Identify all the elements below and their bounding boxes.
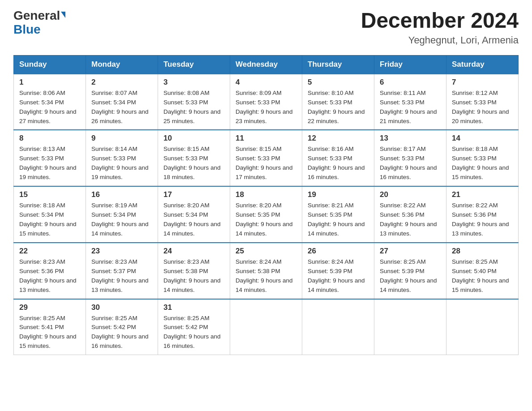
day-number: 24 bbox=[163, 247, 224, 256]
location-title: Yeghegnut, Lori, Armenia bbox=[361, 34, 519, 46]
day-number: 18 bbox=[236, 190, 296, 199]
day-info: Sunrise: 8:14 AMSunset: 5:33 PMDaylight:… bbox=[91, 145, 152, 182]
col-wednesday: Wednesday bbox=[230, 55, 302, 74]
day-info: Sunrise: 8:21 AMSunset: 5:35 PMDaylight:… bbox=[308, 201, 369, 239]
calendar-cell: 28Sunrise: 8:25 AMSunset: 5:40 PMDayligh… bbox=[446, 243, 519, 299]
calendar-cell: 15Sunrise: 8:18 AMSunset: 5:34 PMDayligh… bbox=[14, 186, 86, 243]
day-number: 1 bbox=[19, 78, 80, 87]
calendar-cell: 2Sunrise: 8:07 AMSunset: 5:34 PMDaylight… bbox=[86, 74, 158, 130]
day-number: 20 bbox=[380, 190, 441, 199]
day-number: 6 bbox=[380, 78, 441, 87]
calendar-cell: 22Sunrise: 8:23 AMSunset: 5:36 PMDayligh… bbox=[14, 243, 86, 299]
calendar-cell: 27Sunrise: 8:25 AMSunset: 5:39 PMDayligh… bbox=[374, 243, 446, 299]
day-info: Sunrise: 8:20 AMSunset: 5:34 PMDaylight:… bbox=[163, 201, 224, 239]
logo-blue-text: Blue bbox=[13, 23, 41, 37]
calendar-cell: 24Sunrise: 8:23 AMSunset: 5:38 PMDayligh… bbox=[158, 243, 230, 299]
calendar-cell: 6Sunrise: 8:11 AMSunset: 5:33 PMDaylight… bbox=[374, 74, 446, 130]
calendar-cell: 7Sunrise: 8:12 AMSunset: 5:33 PMDaylight… bbox=[446, 74, 519, 130]
calendar-cell bbox=[230, 299, 302, 355]
calendar-cell: 19Sunrise: 8:21 AMSunset: 5:35 PMDayligh… bbox=[302, 186, 374, 243]
col-tuesday: Tuesday bbox=[158, 55, 230, 74]
calendar-cell: 25Sunrise: 8:24 AMSunset: 5:38 PMDayligh… bbox=[230, 243, 302, 299]
day-number: 7 bbox=[452, 78, 513, 87]
calendar-cell: 20Sunrise: 8:22 AMSunset: 5:36 PMDayligh… bbox=[374, 186, 446, 243]
calendar-cell: 29Sunrise: 8:25 AMSunset: 5:41 PMDayligh… bbox=[14, 299, 86, 355]
calendar-cell: 26Sunrise: 8:24 AMSunset: 5:39 PMDayligh… bbox=[302, 243, 374, 299]
day-info: Sunrise: 8:15 AMSunset: 5:33 PMDaylight:… bbox=[236, 145, 296, 182]
day-info: Sunrise: 8:13 AMSunset: 5:33 PMDaylight:… bbox=[19, 145, 80, 182]
month-title: December 2024 bbox=[361, 9, 519, 33]
day-number: 9 bbox=[91, 134, 152, 143]
day-info: Sunrise: 8:08 AMSunset: 5:33 PMDaylight:… bbox=[163, 89, 224, 126]
day-info: Sunrise: 8:24 AMSunset: 5:38 PMDaylight:… bbox=[236, 257, 296, 295]
calendar-cell: 18Sunrise: 8:20 AMSunset: 5:35 PMDayligh… bbox=[230, 186, 302, 243]
calendar-cell: 16Sunrise: 8:19 AMSunset: 5:34 PMDayligh… bbox=[86, 186, 158, 243]
col-saturday: Saturday bbox=[446, 55, 519, 74]
calendar-cell: 1Sunrise: 8:06 AMSunset: 5:34 PMDaylight… bbox=[14, 74, 86, 130]
calendar-week-row: 29Sunrise: 8:25 AMSunset: 5:41 PMDayligh… bbox=[14, 299, 519, 355]
day-number: 15 bbox=[19, 190, 80, 199]
day-info: Sunrise: 8:25 AMSunset: 5:42 PMDaylight:… bbox=[163, 314, 224, 351]
day-info: Sunrise: 8:23 AMSunset: 5:37 PMDaylight:… bbox=[91, 257, 152, 295]
calendar-week-row: 1Sunrise: 8:06 AMSunset: 5:34 PMDaylight… bbox=[14, 74, 519, 130]
col-friday: Friday bbox=[374, 55, 446, 74]
day-info: Sunrise: 8:25 AMSunset: 5:41 PMDaylight:… bbox=[19, 314, 80, 351]
days-of-week-row: Sunday Monday Tuesday Wednesday Thursday… bbox=[14, 55, 519, 74]
title-section: December 2024 Yeghegnut, Lori, Armenia bbox=[361, 9, 519, 46]
calendar-cell: 8Sunrise: 8:13 AMSunset: 5:33 PMDaylight… bbox=[14, 130, 86, 186]
day-number: 27 bbox=[380, 247, 441, 256]
day-number: 19 bbox=[308, 190, 369, 199]
calendar-cell: 10Sunrise: 8:15 AMSunset: 5:33 PMDayligh… bbox=[158, 130, 230, 186]
day-number: 26 bbox=[308, 247, 369, 256]
day-info: Sunrise: 8:18 AMSunset: 5:33 PMDaylight:… bbox=[452, 145, 513, 182]
day-info: Sunrise: 8:16 AMSunset: 5:33 PMDaylight:… bbox=[308, 145, 369, 182]
logo: General Blue bbox=[13, 9, 65, 37]
day-number: 3 bbox=[163, 78, 224, 87]
day-number: 30 bbox=[91, 303, 152, 312]
day-info: Sunrise: 8:22 AMSunset: 5:36 PMDaylight:… bbox=[452, 201, 513, 239]
day-number: 8 bbox=[19, 134, 80, 143]
calendar-cell: 31Sunrise: 8:25 AMSunset: 5:42 PMDayligh… bbox=[158, 299, 230, 355]
day-number: 22 bbox=[19, 247, 80, 256]
day-info: Sunrise: 8:06 AMSunset: 5:34 PMDaylight:… bbox=[19, 89, 80, 126]
calendar-cell: 17Sunrise: 8:20 AMSunset: 5:34 PMDayligh… bbox=[158, 186, 230, 243]
day-info: Sunrise: 8:09 AMSunset: 5:33 PMDaylight:… bbox=[236, 89, 296, 126]
calendar-body: 1Sunrise: 8:06 AMSunset: 5:34 PMDaylight… bbox=[14, 74, 519, 355]
calendar-cell: 4Sunrise: 8:09 AMSunset: 5:33 PMDaylight… bbox=[230, 74, 302, 130]
calendar-cell: 3Sunrise: 8:08 AMSunset: 5:33 PMDaylight… bbox=[158, 74, 230, 130]
day-number: 23 bbox=[91, 247, 152, 256]
calendar-cell: 5Sunrise: 8:10 AMSunset: 5:33 PMDaylight… bbox=[302, 74, 374, 130]
day-info: Sunrise: 8:24 AMSunset: 5:39 PMDaylight:… bbox=[308, 257, 369, 295]
logo-general-text: General bbox=[13, 9, 60, 23]
day-number: 11 bbox=[236, 134, 296, 143]
calendar-cell: 21Sunrise: 8:22 AMSunset: 5:36 PMDayligh… bbox=[446, 186, 519, 243]
col-monday: Monday bbox=[86, 55, 158, 74]
calendar-cell bbox=[446, 299, 519, 355]
calendar-cell: 11Sunrise: 8:15 AMSunset: 5:33 PMDayligh… bbox=[230, 130, 302, 186]
day-number: 10 bbox=[163, 134, 224, 143]
day-info: Sunrise: 8:15 AMSunset: 5:33 PMDaylight:… bbox=[163, 145, 224, 182]
day-number: 5 bbox=[308, 78, 369, 87]
calendar-cell: 30Sunrise: 8:25 AMSunset: 5:42 PMDayligh… bbox=[86, 299, 158, 355]
day-info: Sunrise: 8:11 AMSunset: 5:33 PMDaylight:… bbox=[380, 89, 441, 126]
day-number: 17 bbox=[163, 190, 224, 199]
calendar-header: Sunday Monday Tuesday Wednesday Thursday… bbox=[14, 55, 519, 74]
day-info: Sunrise: 8:19 AMSunset: 5:34 PMDaylight:… bbox=[91, 201, 152, 239]
calendar-cell: 14Sunrise: 8:18 AMSunset: 5:33 PMDayligh… bbox=[446, 130, 519, 186]
day-number: 16 bbox=[91, 190, 152, 199]
calendar-cell: 13Sunrise: 8:17 AMSunset: 5:33 PMDayligh… bbox=[374, 130, 446, 186]
day-number: 13 bbox=[380, 134, 441, 143]
day-info: Sunrise: 8:25 AMSunset: 5:42 PMDaylight:… bbox=[91, 314, 152, 351]
day-number: 21 bbox=[452, 190, 513, 199]
logo-arrow-icon bbox=[61, 12, 65, 18]
calendar-cell bbox=[302, 299, 374, 355]
calendar-cell: 9Sunrise: 8:14 AMSunset: 5:33 PMDaylight… bbox=[86, 130, 158, 186]
calendar-cell: 23Sunrise: 8:23 AMSunset: 5:37 PMDayligh… bbox=[86, 243, 158, 299]
calendar-cell bbox=[374, 299, 446, 355]
calendar-cell: 12Sunrise: 8:16 AMSunset: 5:33 PMDayligh… bbox=[302, 130, 374, 186]
calendar-week-row: 15Sunrise: 8:18 AMSunset: 5:34 PMDayligh… bbox=[14, 186, 519, 243]
col-sunday: Sunday bbox=[14, 55, 86, 74]
day-info: Sunrise: 8:10 AMSunset: 5:33 PMDaylight:… bbox=[308, 89, 369, 126]
day-info: Sunrise: 8:25 AMSunset: 5:40 PMDaylight:… bbox=[452, 257, 513, 295]
day-number: 25 bbox=[236, 247, 296, 256]
